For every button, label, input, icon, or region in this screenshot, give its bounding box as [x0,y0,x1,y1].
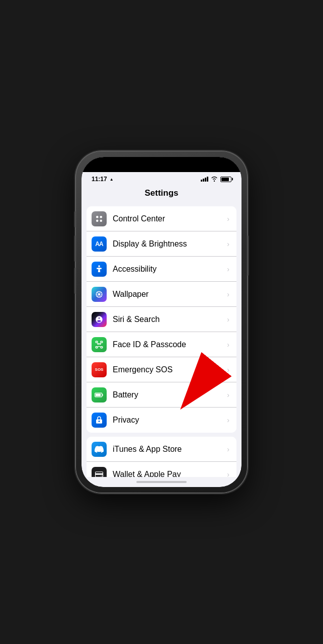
signal-bars [201,177,208,182]
control-center-chevron: › [227,215,229,223]
emergency-sos-label: Emergency SOS [113,365,225,374]
svg-line-12 [100,295,101,296]
notch [131,157,192,169]
svg-rect-18 [101,346,103,348]
settings-section-1: Control Center › AA Display & Brightness… [82,206,241,477]
face-id-icon [92,337,107,352]
row-face-id[interactable]: Face ID & Passcode › [87,332,236,357]
row-wallet-apple-pay[interactable]: Wallet & Apple Pay › [87,462,236,477]
battery-label: Battery [113,390,225,399]
home-bar [136,481,187,483]
svg-rect-16 [101,341,103,343]
row-wallpaper[interactable]: Wallpaper › [87,282,236,307]
status-time: 11:17 ▲ [92,176,114,183]
privacy-label: Privacy [113,416,225,425]
display-brightness-label: Display & Brightness [113,239,225,249]
svg-point-2 [96,219,99,222]
row-control-center[interactable]: Control Center › [87,206,236,231]
accessibility-chevron: › [227,265,229,273]
row-battery[interactable]: Battery › [87,382,236,408]
svg-line-11 [97,292,98,293]
page-title-bar: Settings [82,186,241,202]
svg-point-19 [98,343,99,344]
svg-line-13 [100,292,101,293]
svg-rect-15 [96,341,98,343]
battery-status-icon [220,177,231,182]
location-icon: ▲ [110,177,114,182]
ios-screen: 11:17 ▲ [82,157,241,487]
row-itunes-app-store[interactable]: iTunes & App Store › [87,437,236,462]
wallpaper-label: Wallpaper [113,290,225,299]
svg-rect-17 [96,346,98,348]
face-id-label: Face ID & Passcode [113,340,225,349]
wallet-apple-pay-label: Wallet & Apple Pay [113,470,225,477]
control-center-icon [92,211,107,226]
row-privacy[interactable]: Privacy › [87,408,236,433]
wallpaper-chevron: › [227,290,229,298]
wallet-apple-pay-icon [92,467,107,477]
battery-chevron: › [227,391,229,399]
display-brightness-chevron: › [227,240,229,248]
wifi-icon [211,176,218,183]
phone-screen: 11:17 ▲ [82,157,241,487]
phone-frame: 11:17 ▲ [75,151,248,493]
svg-point-6 [98,293,101,295]
accessibility-icon [92,262,107,277]
siri-search-icon [92,312,107,327]
row-siri-search[interactable]: Siri & Search › [87,307,236,332]
battery-icon-row [92,387,107,403]
notch-area [82,157,241,172]
svg-line-14 [97,295,98,296]
volume-up-button [74,235,75,262]
svg-rect-23 [96,393,101,396]
svg-point-1 [100,216,103,218]
itunes-app-store-icon [92,442,107,457]
page-title: Settings [144,188,178,198]
wallet-apple-pay-chevron: › [227,470,229,477]
svg-point-3 [100,219,103,222]
display-brightness-icon: AA [92,236,107,252]
privacy-chevron: › [227,416,229,424]
power-button [248,235,249,276]
control-center-label: Control Center [113,214,225,223]
privacy-icon [92,413,107,428]
face-id-chevron: › [227,341,229,349]
svg-rect-24 [102,394,103,395]
row-emergency-sos[interactable]: SOS Emergency SOS › [87,357,236,382]
mute-button [74,211,75,227]
svg-point-0 [96,216,99,218]
row-display-brightness[interactable]: AA Display & Brightness › [87,231,236,257]
home-indicator [82,477,241,487]
volume-down-button [74,268,75,294]
siri-search-chevron: › [227,315,229,324]
svg-point-20 [100,343,101,344]
itunes-app-store-label: iTunes & App Store [113,445,225,454]
status-bar: 11:17 ▲ [82,172,241,186]
status-icons [201,176,231,183]
itunes-app-store-chevron: › [227,445,229,453]
emergency-sos-chevron: › [227,366,229,374]
accessibility-label: Accessibility [113,265,225,274]
emergency-sos-icon: SOS [92,362,107,377]
settings-group-1: Control Center › AA Display & Brightness… [87,206,236,433]
row-accessibility[interactable]: Accessibility › [87,257,236,282]
svg-point-4 [98,265,100,267]
svg-point-28 [102,475,103,476]
siri-search-label: Siri & Search [113,315,225,324]
settings-content[interactable]: Control Center › AA Display & Brightness… [82,202,241,477]
wallpaper-icon [92,287,107,302]
settings-group-2: iTunes & App Store › [87,437,236,477]
svg-rect-26 [96,473,103,475]
